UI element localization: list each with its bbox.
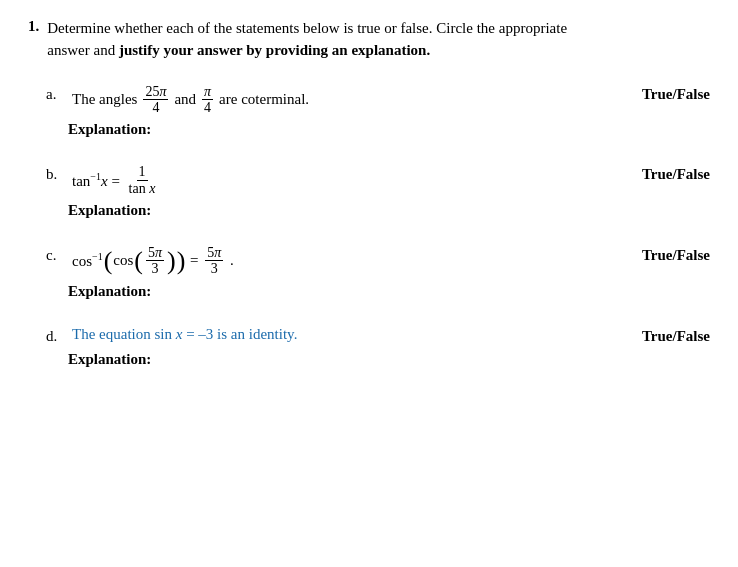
part-a-pi-num: π xyxy=(202,84,213,100)
part-c-frac-inner-den: 3 xyxy=(149,261,160,276)
part-c-content: cos−1 ( cos ( 5π 3 ) ) = 5π 3 . xyxy=(72,245,590,277)
part-b-inner: b. tan−1x = 1 tan x xyxy=(46,160,590,196)
part-b-frac-den: tan x xyxy=(127,181,158,196)
part-b-math: tan−1x = 1 tan x xyxy=(72,164,159,196)
part-c-paren-close-big: ) xyxy=(177,248,186,274)
part-b-explanation: Explanation: xyxy=(68,202,710,219)
part-a: a. The angles 25π 4 and π 4 are cotermin… xyxy=(46,80,710,139)
part-c-equals: = xyxy=(186,252,202,269)
part-a-true-false: True/False xyxy=(610,86,710,103)
part-a-label: a. xyxy=(46,86,68,103)
part-b-true-false: True/False xyxy=(610,166,710,183)
part-a-num: 25π xyxy=(143,84,168,100)
part-a-text-angles: The angles xyxy=(72,91,137,108)
part-a-den: 4 xyxy=(150,100,161,115)
part-c-frac-outer: 5π 3 xyxy=(205,245,223,277)
part-c-frac-inner: 5π 3 xyxy=(146,245,164,277)
part-a-content: The angles 25π 4 and π 4 are coterminal. xyxy=(72,84,590,116)
part-c-label: c. xyxy=(46,247,68,264)
problem-instructions: Determine whether each of the statements… xyxy=(47,18,567,62)
problem-header: 1. Determine whether each of the stateme… xyxy=(28,18,710,62)
part-a-frac-pi: π 4 xyxy=(202,84,213,116)
part-d-label: d. xyxy=(46,328,68,345)
part-d-content: The equation sin x = –3 is an identity. xyxy=(72,326,590,343)
part-c-frac-inner-num: 5π xyxy=(146,245,164,261)
part-b-label: b. xyxy=(46,166,68,183)
part-c-math: cos−1 ( cos ( 5π 3 ) ) = 5π 3 . xyxy=(72,245,234,277)
part-c-frac-outer-num: 5π xyxy=(205,245,223,261)
part-c-row: c. cos−1 ( cos ( 5π 3 ) ) = 5π xyxy=(46,241,710,277)
part-d-explanation: Explanation: xyxy=(68,351,710,368)
part-c-frac-outer-den: 3 xyxy=(209,261,220,276)
part-b-sup: −1 xyxy=(90,171,101,182)
problem-number: 1. xyxy=(28,18,39,35)
part-c-period: . xyxy=(226,252,234,269)
instructions-line1: Determine whether each of the statements… xyxy=(47,20,567,36)
part-c-explanation: Explanation: xyxy=(68,283,710,300)
part-a-pi-den: 4 xyxy=(202,100,213,115)
part-c-paren-open-big: ( xyxy=(104,248,113,274)
part-c-cos: cos xyxy=(113,252,133,269)
part-c: c. cos−1 ( cos ( 5π 3 ) ) = 5π xyxy=(46,241,710,300)
part-b: b. tan−1x = 1 tan x True/False Explanati… xyxy=(46,160,710,219)
part-b-frac: 1 tan x xyxy=(127,164,158,196)
part-b-content: tan−1x = 1 tan x xyxy=(72,164,590,196)
part-a-text-coterminal: are coterminal. xyxy=(219,91,309,108)
part-d-inner: d. The equation sin x = –3 is an identit… xyxy=(46,322,590,345)
part-a-text-and: and xyxy=(174,91,196,108)
part-b-frac-num: 1 xyxy=(137,164,148,180)
part-a-row: a. The angles 25π 4 and π 4 are cotermin… xyxy=(46,80,710,116)
part-c-cos-inv: cos−1 xyxy=(72,251,103,270)
part-c-paren-open-small: ( xyxy=(134,248,143,274)
part-a-explanation: Explanation: xyxy=(68,121,710,138)
part-d-row: d. The equation sin x = –3 is an identit… xyxy=(46,322,710,345)
part-a-frac-25pi: 25π 4 xyxy=(143,84,168,116)
part-c-inner: c. cos−1 ( cos ( 5π 3 ) ) = 5π xyxy=(46,241,590,277)
part-d: d. The equation sin x = –3 is an identit… xyxy=(46,322,710,368)
part-b-tan-inv: tan−1x = xyxy=(72,171,124,190)
instructions-bold: justify your answer by providing an expl… xyxy=(119,42,430,58)
instructions-line2: answer and xyxy=(47,42,119,58)
part-d-text: The equation sin x = –3 is an identity. xyxy=(72,326,297,343)
part-c-true-false: True/False xyxy=(610,247,710,264)
part-b-row: b. tan−1x = 1 tan x True/False xyxy=(46,160,710,196)
part-c-sup: −1 xyxy=(92,251,103,262)
part-a-inner: a. The angles 25π 4 and π 4 are cotermin… xyxy=(46,80,590,116)
part-c-paren-close-small: ) xyxy=(167,248,176,274)
part-d-true-false: True/False xyxy=(610,328,710,345)
